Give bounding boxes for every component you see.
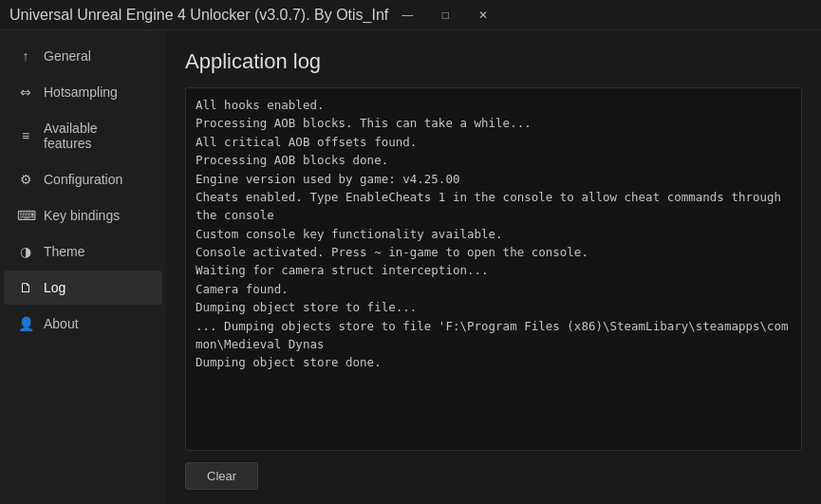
log-line: Processing AOB blocks. This can take a w…	[196, 114, 792, 132]
log-line: Dumping object store to file...	[196, 298, 792, 316]
sidebar-item-hotsampling[interactable]: ⇔Hotsampling	[4, 75, 162, 109]
sidebar-item-label-about: About	[44, 316, 79, 331]
sidebar-item-label-key-bindings: Key bindings	[44, 208, 120, 223]
sidebar-item-label-log: Log	[44, 280, 65, 295]
sidebar-item-label-general: General	[44, 48, 91, 64]
sidebar-item-available-features[interactable]: ≡Available features	[4, 111, 162, 160]
log-line: All hooks enabled.	[196, 96, 792, 114]
content-area: Application log All hooks enabled.Proces…	[166, 30, 821, 504]
configuration-icon: ⚙	[17, 172, 34, 187]
sidebar-item-configuration[interactable]: ⚙Configuration	[4, 162, 162, 196]
log-line: Engine version used by game: v4.25.00	[196, 170, 792, 188]
sidebar-item-theme[interactable]: ◑Theme	[4, 234, 162, 269]
sidebar-item-label-configuration: Configuration	[44, 172, 122, 187]
close-button[interactable]: ✕	[464, 0, 502, 30]
titlebar-title: Universal Unreal Engine 4 Unlocker (v3.0…	[9, 7, 388, 24]
sidebar-item-general[interactable]: ↑General	[4, 39, 162, 73]
available-features-icon: ≡	[17, 128, 34, 143]
theme-icon: ◑	[17, 244, 34, 259]
sidebar-item-key-bindings[interactable]: ⌨Key bindings	[4, 198, 162, 233]
clear-button[interactable]: Clear	[185, 462, 258, 490]
log-line: Cheats enabled. Type EnableCheats 1 in t…	[196, 188, 792, 225]
about-icon: 👤	[17, 316, 34, 331]
log-line: Console activated. Press ~ in-game to op…	[196, 243, 792, 261]
sidebar-item-label-theme: Theme	[44, 244, 85, 259]
log-line: All critical AOB offsets found.	[196, 133, 792, 151]
log-line: Camera found.	[196, 280, 792, 298]
log-line: Custom console key functionality availab…	[196, 225, 792, 243]
log-line: Waiting for camera struct interception..…	[196, 261, 792, 279]
minimize-button[interactable]: —	[388, 0, 426, 30]
sidebar: ↑General⇔Hotsampling≡Available features⚙…	[0, 30, 166, 504]
main-layout: ↑General⇔Hotsampling≡Available features⚙…	[0, 30, 821, 504]
sidebar-item-label-hotsampling: Hotsampling	[44, 84, 118, 100]
sidebar-item-label-available-features: Available features	[44, 121, 149, 151]
log-line: Dumping object store done.	[196, 353, 792, 371]
sidebar-item-log[interactable]: 🗋Log	[4, 271, 162, 305]
log-line: ... Dumping objects store to file 'F:\Pr…	[196, 317, 792, 354]
maximize-button[interactable]: □	[426, 0, 464, 30]
sidebar-item-about[interactable]: 👤About	[4, 307, 162, 341]
general-icon: ↑	[17, 48, 34, 64]
log-line: Processing AOB blocks done.	[196, 151, 792, 169]
key-bindings-icon: ⌨	[17, 208, 34, 223]
bottom-bar: Clear	[185, 451, 802, 490]
page-title: Application log	[185, 49, 802, 74]
log-icon: 🗋	[17, 280, 34, 295]
log-area[interactable]: All hooks enabled.Processing AOB blocks.…	[185, 87, 802, 451]
titlebar-controls: — □ ✕	[388, 0, 502, 30]
titlebar: Universal Unreal Engine 4 Unlocker (v3.0…	[0, 0, 821, 30]
hotsampling-icon: ⇔	[17, 84, 34, 100]
